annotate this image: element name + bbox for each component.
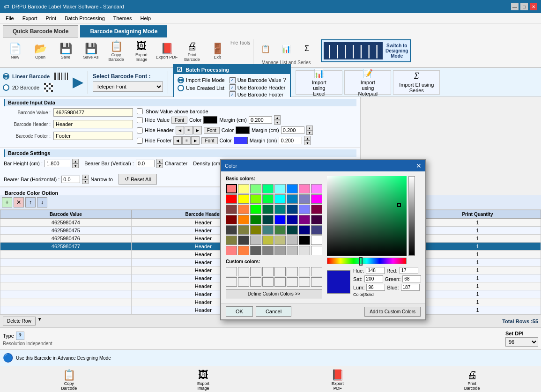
- ok-button[interactable]: OK: [226, 306, 253, 317]
- custom-cell-3[interactable]: [250, 267, 261, 276]
- basic-color-cell-35[interactable]: [262, 225, 274, 235]
- basic-color-cell-39[interactable]: [311, 225, 322, 235]
- created-list-radio-btn[interactable]: [178, 85, 184, 91]
- switch-mode-button[interactable]: ||||||| Switch to Designing Mode: [321, 39, 411, 62]
- linear-radio[interactable]: [3, 73, 9, 80]
- open-button[interactable]: 📂 Open: [28, 39, 52, 64]
- basic-color-cell-12[interactable]: [274, 194, 286, 204]
- delete-row-button[interactable]: Delete Row: [3, 317, 36, 325]
- hide-footer-checkbox[interactable]: [137, 138, 143, 144]
- bearer-v-down[interactable]: ▼: [156, 163, 163, 168]
- color-swatch-2[interactable]: [236, 126, 250, 134]
- custom-cell-14[interactable]: [287, 277, 298, 287]
- menu-themes[interactable]: Themes: [110, 15, 136, 22]
- reset-all-button[interactable]: ↺ Reset All: [119, 174, 157, 185]
- margin-down-3[interactable]: ▼: [304, 141, 311, 145]
- custom-cell-9[interactable]: [226, 277, 237, 287]
- red-input[interactable]: [400, 267, 418, 274]
- maximize-button[interactable]: □: [520, 3, 528, 10]
- custom-cell-5[interactable]: [274, 267, 286, 276]
- custom-cell-2[interactable]: [238, 267, 249, 276]
- custom-cell-8[interactable]: [311, 267, 322, 276]
- basic-color-cell-29[interactable]: [287, 215, 298, 224]
- define-custom-colors-button[interactable]: Define Custom Colors >>: [226, 289, 322, 298]
- basic-color-cell-32[interactable]: [226, 225, 237, 235]
- import-file-radio[interactable]: Import File Mode: [178, 77, 225, 83]
- bar-height-up[interactable]: ▲: [72, 159, 79, 163]
- export-image-bottom-btn[interactable]: 🖼 ExportImage: [186, 369, 221, 391]
- basic-color-cell-45[interactable]: [287, 236, 298, 245]
- basic-color-cell-55[interactable]: [311, 246, 322, 255]
- basic-color-cell-19[interactable]: [262, 205, 274, 214]
- font-button-3[interactable]: Font: [201, 137, 217, 144]
- delete-dropdown[interactable]: ▼: [37, 317, 42, 325]
- bearer-h-down[interactable]: ▼: [82, 179, 89, 184]
- export-image-button[interactable]: 🖼 Export Image: [129, 39, 154, 64]
- remove-row-button[interactable]: ✕: [14, 197, 24, 207]
- move-up-button[interactable]: ↑: [25, 197, 36, 207]
- basic-color-cell-7[interactable]: [311, 184, 322, 193]
- basic-color-cell-53[interactable]: [287, 246, 298, 255]
- close-button[interactable]: ✕: [530, 3, 537, 10]
- margin-input-3[interactable]: [279, 137, 302, 144]
- bearer-h-input[interactable]: [61, 176, 80, 183]
- print-barcode-bottom-btn[interactable]: 🖨 PrintBarcode: [454, 369, 489, 391]
- basic-color-cell-8[interactable]: [226, 194, 237, 204]
- font-button-1[interactable]: Font: [171, 117, 187, 124]
- basic-color-cell-15[interactable]: [311, 194, 322, 204]
- margin-up-3[interactable]: ▲: [304, 136, 311, 141]
- basic-color-cell-6[interactable]: [299, 184, 310, 193]
- menu-print[interactable]: Print: [42, 15, 60, 22]
- hue-input[interactable]: [366, 267, 385, 274]
- basic-color-cell-23[interactable]: [311, 205, 322, 214]
- margin-down-1[interactable]: ▼: [274, 120, 281, 125]
- basic-color-cell-24[interactable]: [226, 215, 237, 224]
- custom-cell-10[interactable]: [238, 277, 249, 287]
- manage-list-btn2[interactable]: 📊: [277, 39, 296, 58]
- basic-color-cell-2[interactable]: [250, 184, 261, 193]
- show-value-checkbox[interactable]: [137, 108, 143, 114]
- basic-color-cell-0[interactable]: [226, 184, 237, 193]
- custom-cell-6[interactable]: [287, 267, 298, 276]
- basic-color-cell-38[interactable]: [299, 225, 310, 235]
- dialog-close-button[interactable]: ✕: [416, 162, 422, 170]
- custom-cell-4[interactable]: [262, 267, 274, 276]
- basic-color-cell-46[interactable]: [299, 236, 310, 245]
- 2d-radio[interactable]: [3, 84, 9, 91]
- custom-cell-16[interactable]: [311, 277, 322, 287]
- bearer-v-input[interactable]: [136, 160, 155, 167]
- basic-color-cell-28[interactable]: [274, 215, 286, 224]
- window-controls[interactable]: — □ ✕: [511, 3, 537, 10]
- minimize-button[interactable]: —: [511, 3, 519, 10]
- dpi-help-button[interactable]: ?: [16, 332, 24, 340]
- tab-designing-mode[interactable]: Barcode Designing Mode: [80, 25, 167, 37]
- barcode-header-input[interactable]: [53, 120, 133, 128]
- basic-color-cell-14[interactable]: [299, 194, 310, 204]
- basic-color-cell-22[interactable]: [299, 205, 310, 214]
- basic-color-cell-52[interactable]: [274, 246, 286, 255]
- custom-cell-15[interactable]: [299, 277, 310, 287]
- basic-color-cell-43[interactable]: [262, 236, 274, 245]
- barcode-value-input[interactable]: [53, 108, 133, 117]
- use-barcode-header-cb-icon[interactable]: ✓: [230, 84, 236, 90]
- hue-bar[interactable]: [327, 258, 407, 264]
- import-file-radio-btn[interactable]: [178, 77, 184, 83]
- basic-color-cell-11[interactable]: [262, 194, 274, 204]
- color-swatch-3[interactable]: [234, 137, 248, 144]
- margin-up-1[interactable]: ▲: [274, 115, 281, 120]
- menu-help[interactable]: Help: [137, 15, 155, 22]
- exit-button[interactable]: 🚪 Exit: [205, 39, 230, 64]
- tab-quick-mode[interactable]: Quick Barcode Mode: [3, 25, 78, 37]
- linear-barcode-option[interactable]: Linear Barcode: [3, 73, 68, 80]
- basic-color-cell-42[interactable]: [250, 236, 261, 245]
- barcode-footer-input[interactable]: [53, 132, 133, 140]
- font-button-2[interactable]: Font: [204, 127, 220, 134]
- align-center-footer[interactable]: ≡: [182, 136, 191, 145]
- blue-input[interactable]: [401, 284, 420, 291]
- custom-cell-12[interactable]: [262, 277, 274, 287]
- cancel-button[interactable]: Cancel: [256, 306, 291, 317]
- use-barcode-header-cb[interactable]: ✓ Use Barcode Header: [230, 84, 287, 90]
- use-barcode-value-cb[interactable]: ✓ Use Barcode Value ?: [230, 77, 287, 83]
- basic-color-cell-13[interactable]: [287, 194, 298, 204]
- basic-color-cell-16[interactable]: [226, 205, 237, 214]
